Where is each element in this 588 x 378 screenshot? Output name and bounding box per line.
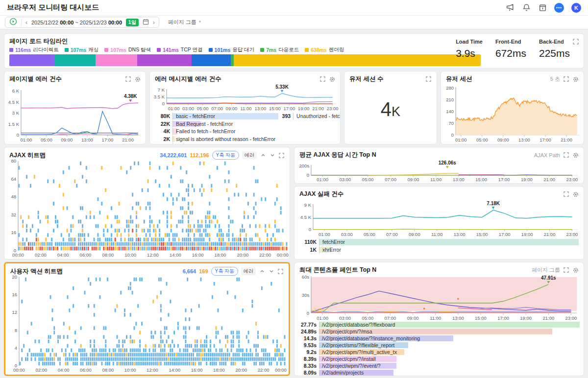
lcp-list-item[interactable]: 8.09s/v2/admin/projects	[298, 370, 580, 376]
legend-row[interactable]: 4KFailed to fetch - fetchError	[155, 128, 278, 135]
svg-text:12:00: 12:00	[147, 367, 158, 373]
lcp-bar: /v2/project/apm/?/multi_active_tx	[319, 349, 404, 355]
expand-icon[interactable]	[278, 152, 285, 159]
y-axis-auto-chip[interactable]: Y축 자동	[212, 151, 239, 160]
legend-row[interactable]: 110KfetchError	[299, 238, 579, 246]
svg-text:16: 16	[12, 292, 17, 297]
timeline-legend-item[interactable]: 107ms캐싱	[65, 47, 99, 53]
expand-icon[interactable]	[319, 76, 326, 82]
legend-row[interactable]: 22KBad Request - fetchError	[155, 120, 278, 128]
avatar[interactable]: K	[571, 3, 581, 13]
svg-text:01:00: 01:00	[317, 177, 328, 182]
timeline-bar-segment[interactable]	[234, 54, 481, 66]
y-axis-auto-chip[interactable]: Y축 자동	[211, 267, 238, 276]
timeline-legend-item[interactable]: 141msTCP 연결	[157, 47, 202, 53]
gear-icon[interactable]	[329, 76, 335, 82]
lcp-list-item[interactable]: 24.89s/v2/project/cpm/?/msa	[298, 329, 580, 334]
expand-icon[interactable]	[277, 268, 284, 275]
timeline-legend-item[interactable]: 107msDNS 탐색	[104, 47, 151, 53]
legend-row[interactable]: 1KRequest Failed - xhrError	[155, 143, 278, 144]
lcp-list-item[interactable]: 27.77s/v2/project/database/?/flexboard	[298, 322, 580, 328]
ajax-failures-legend: 110KfetchError1KxhrError	[299, 238, 579, 254]
gear-icon[interactable]	[572, 152, 579, 158]
svg-text:12:00: 12:00	[147, 252, 159, 258]
page-errors-chart[interactable]: 6 K4.5 K3 K1.5 K001:0005:0009:0013:0017:…	[4, 84, 146, 143]
lcp-bar: /v2/project/database/?/flexboard	[319, 322, 580, 328]
error-messages-chart[interactable]: 7 K3.5 K001:0003:0005:0007:0009:0011:001…	[150, 82, 340, 112]
svg-text:0: 0	[162, 101, 165, 106]
timeline-bar-segment[interactable]	[9, 54, 54, 66]
svg-text:21:00: 21:00	[312, 106, 324, 111]
date-range-picker[interactable]: ‹ 2025/12/22 00:00 ~ 2025/12/23 00:00 1일…	[5, 17, 159, 28]
heatmap-count-secondary: 169	[199, 268, 208, 274]
realtime-icon[interactable]	[9, 18, 17, 27]
expand-icon[interactable]	[563, 152, 569, 158]
user-sessions-chart[interactable]: 28021014070001:0005:0009:0013:0017:0021:…	[441, 84, 584, 143]
announcement-icon[interactable]	[506, 3, 514, 12]
lcp-chart[interactable]: 60s30s001:0003:0005:0007:0009:0011:0013:…	[294, 273, 584, 321]
prev-range-button[interactable]: ‹	[25, 20, 27, 25]
timeline-legend-item[interactable]: 638ms렌더링	[305, 47, 344, 53]
lcp-bar: /v2/project/wpm/?/event/?	[319, 363, 396, 369]
calendar-icon[interactable]	[143, 18, 149, 27]
gear-icon[interactable]	[572, 76, 579, 82]
gear-icon[interactable]	[134, 76, 141, 82]
expand-icon[interactable]	[563, 76, 569, 82]
chevron-down-icon[interactable]	[269, 152, 275, 159]
ajax-failures-chart[interactable]: 9 K4.5 K001:0003:0005:0007:0009:0011:001…	[294, 197, 584, 237]
expand-icon[interactable]	[572, 38, 579, 45]
svg-text:0: 0	[307, 310, 309, 316]
svg-text:22:00: 22:00	[258, 367, 270, 373]
timeline-bar-segment[interactable]	[96, 54, 137, 66]
timeline-bar-segment[interactable]	[54, 54, 96, 66]
timeline-legend-item[interactable]: 7ms다운로드	[260, 47, 299, 53]
panel-user-sessions: 유저 세션 5 초 28021014070001:0005:0009:0013:…	[441, 71, 584, 144]
legend-row[interactable]: 80Kbasic - fetchError	[155, 113, 278, 120]
gear-icon[interactable]	[572, 267, 579, 273]
page-group-filter[interactable]: 페이지 그룹 *	[168, 19, 201, 26]
legend-row[interactable]: 2Ksignal is aborted without reason - fet…	[155, 136, 278, 143]
panel-title: 페이지별 에러 건수	[9, 75, 62, 83]
lcp-list-item[interactable]: 9.53s/v2/project/sms/?/flexible_report	[298, 342, 580, 348]
legend-ms: 7ms	[266, 47, 276, 53]
user-action-heatmap-chart[interactable]: 20161284000:0002:0004:0006:0008:0010:001…	[5, 275, 288, 373]
expand-icon[interactable]	[563, 267, 569, 273]
lcp-list-item[interactable]: 8.39s/v2/project/cpm/?/install	[298, 356, 580, 362]
mode-chip[interactable]: 에러	[241, 267, 256, 275]
svg-text:19:00: 19:00	[298, 106, 310, 111]
notifications-bell-icon[interactable]	[522, 3, 531, 12]
panel-lcp-topn: 최대 콘텐츠풀 페인트 Top N 페이지 그룹 60s30s001:0003:…	[294, 262, 584, 376]
gear-icon[interactable]	[572, 191, 579, 197]
schedule-icon[interactable]	[538, 3, 547, 12]
legend-row[interactable]: 393Unauthorized - fetchError	[278, 113, 341, 120]
duration-badge[interactable]: 1일	[126, 19, 139, 26]
expand-icon[interactable]	[425, 76, 432, 82]
expand-icon[interactable]	[125, 76, 131, 82]
lcp-list-item[interactable]: 8.33s/v2/project/wpm/?/event/?	[298, 363, 580, 369]
timeline-legend-item[interactable]: 116ms리다이렉트	[9, 47, 59, 53]
stat-value: 672ms	[495, 47, 526, 59]
lcp-list-item[interactable]: 9.2s/v2/project/apm/?/multi_active_tx	[298, 349, 580, 355]
avg-ajax-response-chart[interactable]: 200s001:0003:0005:0007:0009:0011:0013:00…	[294, 158, 584, 183]
chat-icon[interactable]: •••	[554, 3, 564, 13]
svg-text:19:00: 19:00	[521, 232, 533, 237]
mode-chip[interactable]: 에러	[242, 151, 257, 159]
chevron-down-icon[interactable]	[268, 268, 274, 275]
chevron-up-icon[interactable]	[260, 152, 266, 159]
date-range-text[interactable]: 2025/12/22 00:00 ~ 2025/12/23 00:00	[31, 20, 122, 25]
lcp-bar-track: /v2/project/sms/?/flexible_report	[319, 342, 580, 348]
legend-row[interactable]: 1KxhrError	[299, 246, 579, 254]
lcp-value: 8.09s	[298, 370, 319, 376]
svg-text:04:00: 04:00	[58, 367, 70, 373]
timeline-bar-segment[interactable]	[192, 54, 231, 66]
legend-label: 캐싱	[88, 47, 98, 53]
lcp-bar-track: /v2/project/cpm/?/msa	[319, 329, 580, 334]
ajax-heatmap-chart[interactable]: 8064483216000:0002:0004:0006:0008:0010:0…	[4, 159, 290, 258]
next-range-button[interactable]: ›	[153, 20, 155, 25]
dashboard-board: 페이지 로드 타임라인 116ms리다이렉트107ms캐싱107msDNS 탐색…	[0, 29, 588, 378]
timeline-bar-segment[interactable]	[137, 54, 192, 66]
lcp-list-item[interactable]: 14.3s/v2/project/database/?/instance_mon…	[298, 335, 580, 341]
chevron-up-icon[interactable]	[259, 268, 265, 275]
timeline-legend-item[interactable]: 101ms응답 대기	[209, 47, 255, 53]
expand-icon[interactable]	[563, 191, 569, 197]
